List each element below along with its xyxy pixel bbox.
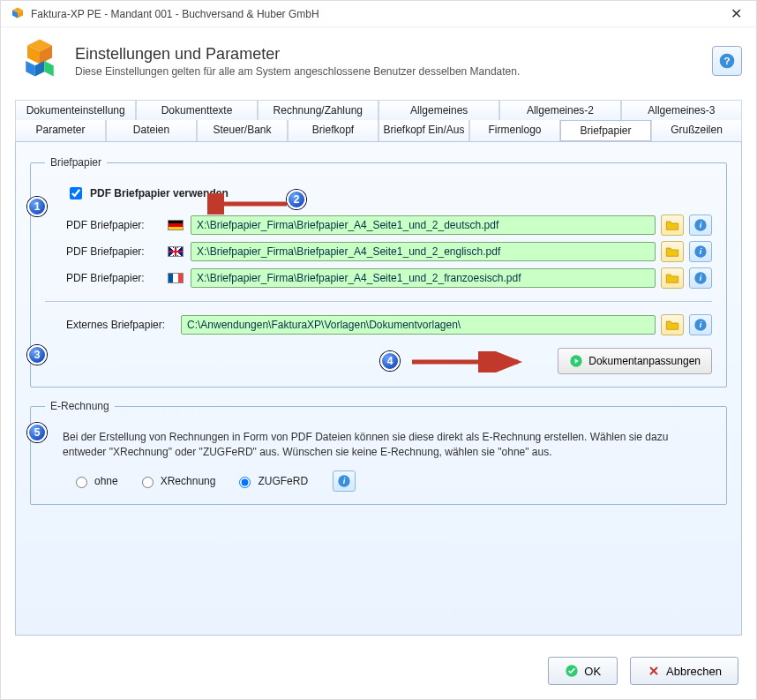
play-icon [569, 354, 583, 368]
info-button[interactable]: i [689, 267, 712, 289]
help-button[interactable]: ? [712, 46, 742, 76]
callout-badge-4: 4 [380, 351, 400, 371]
page-header: Einstellungen und Parameter Diese Einste… [1, 27, 756, 89]
radio-input-zugferd[interactable] [239, 477, 251, 488]
pdf-briefpapier-row: PDF Briefpapier:i [66, 215, 712, 236]
page-title: Einstellungen und Parameter [75, 45, 520, 64]
browse-button[interactable] [661, 241, 684, 262]
flag-gb-icon [168, 246, 184, 257]
browse-button[interactable] [661, 215, 684, 236]
flag-de-icon [168, 220, 184, 230]
ext-briefpapier-label: Externes Briefpapier: [66, 319, 181, 331]
tab-briefkopf[interactable]: Briefkopf [288, 120, 378, 141]
folder-icon [665, 319, 679, 331]
group-erechnung-legend: E-Rechnung [45, 400, 115, 412]
tab-steuer-bank[interactable]: Steuer/Bank [197, 120, 288, 141]
cancel-button[interactable]: Abbrechen [630, 657, 738, 685]
pdf-briefpapier-label: PDF Briefpapier: [66, 219, 168, 231]
ok-button[interactable]: OK [548, 657, 618, 685]
tab-allgemeines-2[interactable]: Allgemeines-2 [499, 100, 620, 120]
pdf-briefpapier-path[interactable] [191, 268, 656, 288]
svg-text:?: ? [723, 55, 730, 66]
pdf-briefpapier-path[interactable] [191, 242, 656, 261]
info-icon: i [693, 218, 708, 232]
help-icon: ? [718, 52, 736, 70]
svg-marker-6 [26, 61, 35, 77]
radio-zugferd[interactable]: ZUGFeRD [235, 474, 308, 488]
tab-gru-zeilen[interactable]: Grußzeilen [651, 120, 742, 141]
callout-badge-2: 2 [287, 190, 306, 209]
tab-dokumenttexte[interactable]: Dokumenttexte [136, 100, 257, 120]
cancel-icon [647, 664, 661, 678]
divider [45, 301, 712, 302]
tab-allgemeines-3[interactable]: Allgemeines-3 [621, 100, 742, 120]
info-button[interactable]: i [333, 470, 356, 492]
page-subtitle: Diese Einstellungen gelten für alle am S… [75, 65, 520, 78]
use-pdf-briefpapier-label: PDF Briefpapier verwenden [90, 187, 229, 199]
svg-text:i: i [700, 247, 702, 256]
radio-xrechnung[interactable]: XRechnung [138, 474, 216, 488]
titlebar: Faktura-XP PE - Mandant 001 - Buchversan… [1, 1, 756, 27]
tab-dateien[interactable]: Dateien [106, 120, 197, 141]
info-icon: i [693, 318, 708, 332]
radio-ohne[interactable]: ohne [71, 474, 118, 488]
info-button[interactable]: i [689, 314, 712, 335]
tab-briefpapier[interactable]: Briefpapier [560, 120, 651, 141]
info-icon: i [693, 245, 708, 259]
info-button[interactable]: i [689, 241, 712, 262]
app-icon [10, 6, 26, 22]
browse-button[interactable] [661, 267, 684, 289]
tabstrip: DokumenteinstellungDokumenttexteRechnung… [15, 100, 742, 141]
pdf-briefpapier-label: PDF Briefpapier: [66, 272, 168, 284]
svg-text:i: i [700, 221, 702, 230]
tab-rechnung-zahlung[interactable]: Rechnung/Zahlung [258, 100, 378, 120]
callout-badge-1: 1 [27, 197, 47, 216]
tab-briefkopf-ein-aus[interactable]: Briefkopf Ein/Aus [378, 120, 469, 141]
erechnung-description: Bei der Erstellung von Rechnungen in For… [63, 430, 710, 460]
group-briefpapier: Briefpapier 1 2 PDF Briefpapier verwende… [30, 156, 727, 388]
folder-icon [665, 272, 679, 284]
window-title: Faktura-XP PE - Mandant 001 - Buchversan… [31, 8, 725, 20]
arrow-icon [407, 351, 530, 373]
group-briefpapier-legend: Briefpapier [45, 156, 107, 169]
tab-panel: Briefpapier 1 2 PDF Briefpapier verwende… [15, 141, 742, 636]
folder-icon [665, 219, 679, 231]
document-adjust-button[interactable]: Dokumentanpassungen [558, 348, 712, 374]
use-pdf-briefpapier-checkbox[interactable] [70, 187, 82, 199]
pdf-briefpapier-row: PDF Briefpapier:i [66, 267, 712, 289]
pdf-briefpapier-path[interactable] [191, 215, 656, 235]
svg-text:i: i [343, 477, 346, 485]
pdf-briefpapier-row: PDF Briefpapier:i [66, 241, 712, 262]
pdf-briefpapier-label: PDF Briefpapier: [66, 245, 168, 258]
svg-marker-7 [35, 61, 45, 77]
tab-allgemeines[interactable]: Allgemeines [378, 100, 499, 120]
ext-briefpapier-path[interactable] [181, 315, 656, 335]
close-icon[interactable]: ✕ [725, 5, 747, 22]
callout-badge-5: 5 [27, 423, 47, 442]
group-erechnung: E-Rechnung 5 Bei der Erstellung von Rech… [30, 400, 727, 505]
flag-fr-icon [168, 273, 184, 283]
svg-text:i: i [700, 274, 702, 282]
tab-parameter[interactable]: Parameter [15, 120, 106, 141]
radio-input-xrechnung[interactable] [142, 477, 154, 488]
browse-button[interactable] [661, 314, 684, 335]
folder-icon [665, 245, 679, 258]
callout-badge-3: 3 [27, 345, 47, 365]
info-button[interactable]: i [689, 215, 712, 236]
header-logo [15, 36, 64, 86]
tab-firmenlogo[interactable]: Firmenlogo [469, 120, 560, 141]
tab-dokumenteinstellung[interactable]: Dokumenteinstellung [15, 100, 136, 120]
dialog-footer: OK Abbrechen [1, 646, 756, 699]
info-icon: i [337, 474, 351, 488]
radio-input-ohne[interactable] [76, 477, 87, 488]
svg-text:i: i [700, 320, 702, 329]
ok-icon [565, 664, 579, 678]
info-icon: i [693, 271, 708, 285]
app-window: Faktura-XP PE - Mandant 001 - Buchversan… [0, 0, 757, 700]
